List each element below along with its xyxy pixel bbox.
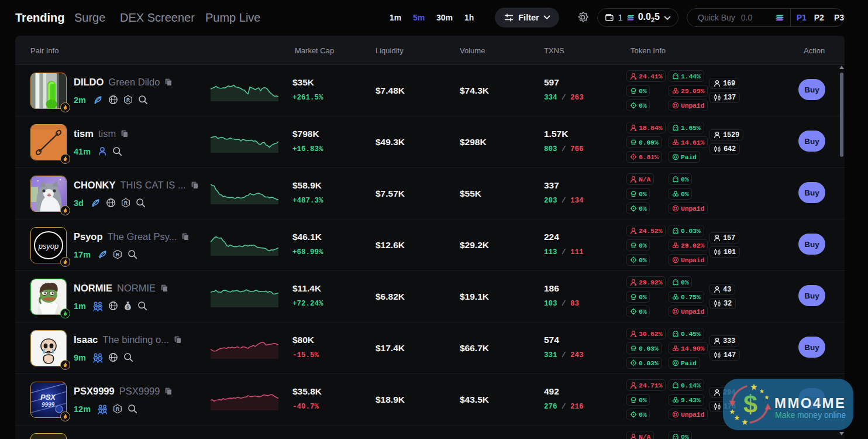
svg-text:psyop: psyop: [38, 242, 59, 251]
svg-text:PSX: PSX: [40, 393, 56, 402]
svg-text:9999: 9999: [42, 402, 55, 408]
svg-text:R: R: [124, 200, 128, 206]
svg-text:$: $: [743, 390, 757, 418]
svg-text:Make money online: Make money online: [775, 410, 846, 420]
svg-text:R: R: [116, 252, 119, 258]
svg-text:R: R: [116, 406, 119, 412]
svg-text:R: R: [126, 97, 130, 103]
svg-text:MMO4ME: MMO4ME: [774, 395, 846, 411]
